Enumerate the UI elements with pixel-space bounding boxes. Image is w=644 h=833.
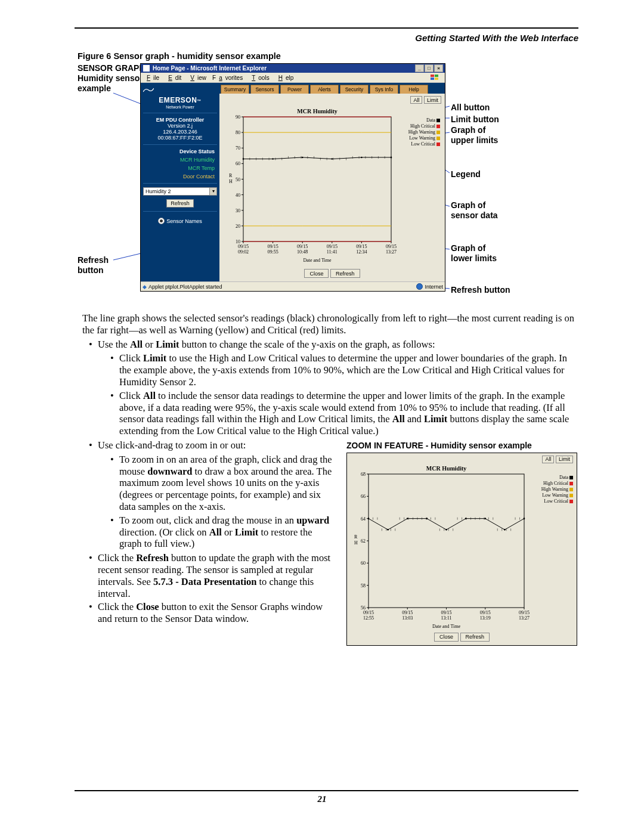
svg-text:60: 60: [236, 161, 240, 166]
sidebar-item-humidity[interactable]: MCR Humidity: [143, 157, 217, 163]
label-legend: Legend: [451, 169, 481, 179]
li-refresh: Click the Refresh button to update the g…: [98, 552, 577, 599]
label-all: All button: [451, 103, 490, 113]
svg-text:90: 90: [236, 114, 240, 120]
java-icon: ◆: [143, 284, 147, 290]
tab-summary[interactable]: Summary: [221, 85, 249, 94]
svg-rect-57: [436, 125, 440, 128]
chevron-down-icon: ▾: [209, 188, 216, 195]
emerson-wave-icon: [143, 86, 154, 94]
maximize-button[interactable]: □: [425, 64, 434, 72]
menu-tools[interactable]: Tools: [246, 75, 272, 81]
radio-label: Sensor Names: [166, 218, 202, 224]
globe-icon: [416, 283, 423, 290]
li-all: Click All to include the sensor data rea…: [119, 390, 577, 437]
sidebar-item-temp[interactable]: MCR Temp: [143, 165, 217, 171]
sidebar: EMERSON™ Network Power EM PDU Controller…: [141, 83, 219, 281]
chart-close-button[interactable]: Close: [304, 269, 329, 278]
figure-area: SENSOR GRAPH Humidity sensor example Ref…: [78, 63, 566, 308]
controller-ip: 126.4.203.246: [143, 129, 217, 135]
figure-caption: Figure 6 Sensor graph - humidity sensor …: [78, 51, 281, 61]
svg-rect-10: [435, 75, 438, 77]
label-refresh-left: Refresh button: [78, 255, 109, 275]
tab-sensors[interactable]: Sensors: [250, 85, 279, 94]
svg-text:R: R: [229, 173, 233, 178]
body-text: The line graph shows the selected sensor…: [82, 312, 577, 646]
sensor-names-radio[interactable]: Sensor Names: [143, 218, 217, 224]
svg-text:12:34: 12:34: [356, 249, 367, 255]
menu-bar: File Edit View Favorites Tools Help: [141, 73, 445, 83]
menu-favorites[interactable]: Favorites: [209, 75, 246, 81]
p-intro: The line graph shows the selected sensor…: [82, 312, 577, 336]
chart-refresh-button[interactable]: Refresh: [330, 269, 360, 278]
label-lower: Graph of lower limits: [451, 243, 497, 264]
label-sensor-data: Graph of sensor data: [451, 200, 498, 221]
svg-rect-11: [431, 78, 434, 80]
nav-tabs: Summary Sensors Power Alerts Security Sy…: [219, 83, 445, 94]
tab-security[interactable]: Security: [340, 85, 369, 94]
label-upper: Graph of upper limits: [451, 125, 498, 145]
menu-edit[interactable]: Edit: [162, 75, 184, 81]
svg-text:40: 40: [236, 193, 240, 198]
window-titlebar[interactable]: Home Page - Microsoft Internet Explorer …: [141, 64, 445, 73]
svg-rect-9: [431, 75, 434, 77]
li-zoom: Use click-and-drag to zoom in or out: To…: [98, 439, 577, 550]
brand-sub: Network Power: [143, 105, 217, 109]
footer-rule: [75, 790, 578, 791]
svg-text:50: 50: [236, 177, 240, 182]
svg-text:70: 70: [236, 145, 240, 151]
svg-text:09/15: 09/15: [297, 244, 308, 249]
app-body: EMERSON™ Network Power EM PDU Controller…: [141, 83, 445, 281]
humidity-select[interactable]: Humidity 2 ▾: [143, 187, 217, 196]
minimize-button[interactable]: _: [415, 64, 424, 72]
browser-window: Home Page - Microsoft Internet Explorer …: [140, 63, 445, 292]
svg-text:Low Warning: Low Warning: [409, 135, 435, 141]
chart-pane: Summary Sensors Power Alerts Security Sy…: [219, 83, 445, 281]
svg-text:09/15: 09/15: [327, 244, 338, 249]
svg-text:Date and Time: Date and Time: [303, 258, 332, 263]
li-limit: Click Limit to use the High and Low Crit…: [119, 352, 577, 388]
svg-text:09:55: 09:55: [267, 249, 278, 255]
svg-text:80: 80: [236, 130, 240, 135]
li-zoom-in: To zoom in on an area of the graph, clic…: [119, 454, 577, 513]
tab-alerts[interactable]: Alerts: [310, 85, 339, 94]
svg-point-65: [272, 158, 274, 160]
tab-power[interactable]: Power: [280, 85, 309, 94]
limit-button[interactable]: Limit: [424, 96, 441, 104]
status-text: Applet ptplot.PlotApplet started: [148, 284, 222, 290]
select-value: Humidity 2: [145, 188, 171, 194]
svg-text:09/15: 09/15: [238, 244, 249, 249]
sidebar-refresh-button[interactable]: Refresh: [166, 199, 194, 208]
svg-rect-12: [435, 78, 438, 80]
svg-text:H: H: [229, 179, 233, 184]
ie-icon: [143, 64, 150, 72]
zoom-close-button[interactable]: Close: [434, 633, 459, 642]
svg-text:10:48: 10:48: [297, 249, 308, 255]
svg-rect-55: [436, 119, 440, 122]
close-window-button[interactable]: ×: [434, 64, 443, 72]
window-title: Home Page - Microsoft Internet Explorer: [153, 65, 267, 72]
menu-view[interactable]: View: [184, 75, 209, 81]
svg-text:09/15: 09/15: [267, 244, 278, 249]
tab-help[interactable]: Help: [400, 85, 428, 94]
svg-text:High Critical: High Critical: [410, 123, 436, 129]
svg-text:20: 20: [236, 224, 240, 229]
svg-text:09:02: 09:02: [238, 249, 249, 255]
li-scale: Use the All or Limit button to change th…: [98, 339, 577, 437]
controller-name: EM PDU Controller: [143, 117, 217, 123]
svg-text:Data: Data: [426, 117, 436, 123]
controller-version: Version 2.j: [143, 123, 217, 129]
device-status-label: Device Status: [143, 148, 217, 154]
header-rule: [75, 27, 578, 29]
svg-rect-61: [436, 137, 440, 140]
chart[interactable]: MCR Humidity102030405060708090RH09/1509:…: [222, 106, 442, 264]
zoom-refresh-button[interactable]: Refresh: [460, 633, 490, 642]
menu-help[interactable]: Help: [273, 75, 297, 81]
all-button[interactable]: All: [410, 96, 422, 104]
menu-file[interactable]: File: [141, 75, 162, 81]
svg-rect-63: [436, 143, 440, 146]
svg-text:09/15: 09/15: [386, 244, 397, 249]
tab-sysinfo[interactable]: Sys Info: [370, 85, 398, 94]
radio-icon: [158, 218, 165, 224]
sidebar-item-door[interactable]: Door Contact: [143, 174, 217, 179]
